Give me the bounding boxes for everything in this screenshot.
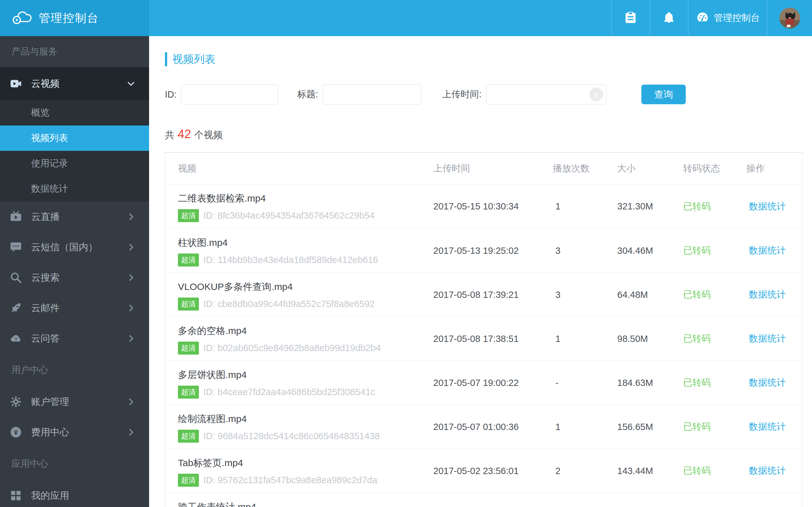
transcode-status: 已转码 (683, 377, 746, 389)
console-nav-button[interactable]: 管理控制台 (688, 0, 767, 36)
app-title: 管理控制台 (39, 10, 99, 26)
stats-link[interactable]: 数据统计 (749, 333, 786, 343)
play-count-cell: 3 (553, 290, 617, 300)
quality-badge: 超清 (178, 474, 199, 487)
action-cell: 数据统计 (746, 332, 802, 345)
chevron-down-icon (126, 79, 136, 89)
notifications-button[interactable] (650, 0, 688, 36)
file-size-cell: 64.48M (617, 290, 683, 300)
transcode-status: 已转码 (683, 420, 746, 433)
gear-icon (9, 395, 22, 408)
avatar (779, 8, 800, 29)
top-bar: 管理控制台 (0, 0, 812, 36)
transcode-status: 已转码 (683, 288, 746, 301)
sidebar-item-cloud-qa[interactable]: ? 云问答 (0, 323, 149, 354)
video-cell: 二维表数据检索.mp4 超清 ID: 8fc36b4ac4954354af367… (165, 184, 433, 228)
sidebar: 产品与服务 云视频 概览 视频列表 使用记录 数据统计 (0, 36, 149, 507)
logo-area[interactable]: 管理控制台 (0, 0, 149, 36)
sidebar-item-label: 云邮件 (0, 302, 60, 315)
video-id: ID: 95762c131fa547bc9a8e8ea989c2d7da (203, 475, 377, 486)
video-title: Tab标签页.mp4 (178, 457, 433, 469)
table-row: Tab标签页.mp4 超清 ID: 95762c131fa547bc9a8e8e… (165, 449, 802, 493)
file-size-cell: 156.65M (617, 422, 683, 432)
svg-text:¥: ¥ (14, 429, 18, 436)
video-cell: 跨工作表统计.mp4 (165, 493, 433, 507)
sidebar-item-account[interactable]: 账户管理 (0, 387, 149, 417)
action-cell: 数据统计 (746, 288, 802, 301)
video-cell: VLOOKUP多条件查询.mp4 超清 ID: cbe8db0a99c44fd9… (165, 273, 433, 317)
sidebar-item-billing[interactable]: ¥ 费用中心 (0, 417, 149, 447)
video-meta: 超清 ID: cbe8db0a99c44fd9a552c75f8a8e6592 (178, 297, 433, 311)
stats-link[interactable]: 数据统计 (749, 421, 786, 432)
time-filter-label: 上传时间: (442, 88, 481, 101)
table-body: 二维表数据检索.mp4 超清 ID: 8fc36b4ac4954354af367… (165, 184, 802, 507)
quality-badge: 超清 (178, 253, 199, 267)
table-row: 跨工作表统计.mp4 (165, 493, 802, 507)
quality-badge: 超清 (178, 386, 199, 399)
file-size-cell: 98.50M (617, 334, 683, 344)
bell-icon (663, 11, 675, 25)
sidebar-item-cloud-sms[interactable]: 云短信（国内） (0, 232, 149, 262)
id-filter-input[interactable] (181, 84, 278, 105)
count-number: 42 (174, 127, 194, 141)
play-count-cell: 2 (553, 466, 617, 476)
chevron-right-icon (126, 212, 136, 222)
sidebar-item-data-stats[interactable]: 数据统计 (0, 176, 149, 202)
stats-link[interactable]: 数据统计 (749, 245, 786, 256)
video-id: ID: 8fc36b4ac4954354af36764562c29b54 (203, 210, 374, 221)
video-id: ID: cbe8db0a99c44fd9a552c75f8a8e6592 (203, 299, 374, 309)
title-filter-input[interactable] (322, 84, 421, 105)
tasks-button[interactable] (611, 0, 650, 36)
sidebar-item-usage-records[interactable]: 使用记录 (0, 151, 149, 176)
stats-link[interactable]: 数据统计 (749, 289, 786, 299)
stats-link[interactable]: 数据统计 (749, 465, 786, 475)
chevron-right-icon (126, 428, 136, 437)
upload-time-cell: 2017-05-07 01:00:36 (433, 422, 553, 432)
table-row: 多余的空格.mp4 超清 ID: b02ab605c9e84962b8a8eb9… (165, 317, 802, 360)
video-camera-icon (9, 77, 22, 90)
date-picker-wrap: x (486, 84, 606, 105)
clear-date-button[interactable]: x (589, 88, 603, 101)
sms-bubble-icon (9, 241, 22, 253)
sidebar-item-my-apps[interactable]: 我的应用 (0, 481, 149, 507)
video-meta: 超清 ID: 114bb9b3e43e4da18df589de412eb616 (178, 253, 433, 267)
sidebar-item-label: 云视频 (0, 77, 60, 90)
quality-badge: 超清 (178, 209, 199, 222)
col-header-action: 操作 (746, 162, 802, 175)
action-cell: 数据统计 (746, 244, 802, 257)
upload-time-cell: 2017-05-15 10:30:34 (433, 201, 553, 212)
sidebar-item-label: 云直播 (0, 210, 60, 223)
upload-time-cell: 2017-05-08 17:39:21 (433, 290, 553, 300)
table-row: 二维表数据检索.mp4 超清 ID: 8fc36b4ac4954354af367… (165, 184, 802, 228)
id-filter-label: ID: (165, 89, 177, 100)
sidebar-item-cloud-search[interactable]: 云搜索 (0, 262, 149, 293)
sidebar-item-overview[interactable]: 概览 (0, 100, 149, 125)
sidebar-item-label: 云问答 (0, 332, 60, 345)
upload-time-cell: 2017-05-13 19:25:02 (433, 245, 553, 256)
upload-time-input[interactable] (486, 84, 606, 105)
stats-link[interactable]: 数据统计 (749, 201, 786, 211)
play-count-cell: 1 (553, 422, 617, 432)
user-menu[interactable] (767, 0, 812, 36)
live-tv-icon (9, 210, 22, 223)
video-meta: 超清 ID: b4ceae7fd2aa4a4686b5bd25f308541c (178, 386, 433, 399)
video-meta: 超清 ID: 9684a5128dc5414c86c0654648351438 (178, 430, 433, 443)
upload-time-cell: 2017-05-07 19:00:22 (433, 378, 553, 388)
sidebar-item-cloud-live[interactable]: 云直播 (0, 202, 149, 232)
video-title: 跨工作表统计.mp4 (178, 501, 433, 507)
sidebar-item-label: 云搜索 (0, 271, 60, 284)
table-header: 视频 上传时间 播放次数 大小 转码状态 操作 (165, 153, 802, 184)
chevron-right-icon (126, 273, 136, 282)
video-title: VLOOKUP多条件查询.mp4 (178, 281, 433, 292)
search-icon (9, 271, 22, 284)
stats-link[interactable]: 数据统计 (749, 377, 786, 388)
sidebar-item-cloud-video[interactable]: 云视频 (0, 67, 149, 100)
sidebar-item-cloud-mail[interactable]: 云邮件 (0, 293, 149, 323)
search-button[interactable]: 查询 (641, 84, 686, 104)
upload-time-cell: 2017-05-02 23:56:01 (433, 466, 553, 476)
sidebar-item-video-list[interactable]: 视频列表 (0, 125, 149, 151)
video-title: 绘制流程图.mp4 (178, 413, 433, 425)
title-filter-label: 标题: (297, 88, 318, 101)
quality-badge: 超清 (178, 430, 199, 443)
video-meta: 超清 ID: 95762c131fa547bc9a8e8ea989c2d7da (178, 474, 433, 487)
